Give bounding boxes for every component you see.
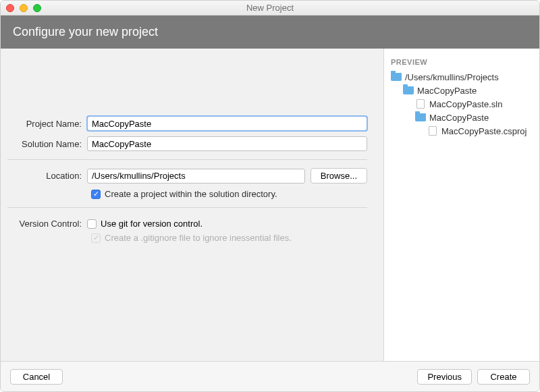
divider [7, 159, 367, 160]
tree-label: MacCopyPaste [429, 113, 489, 123]
window-title: New Project [246, 3, 294, 13]
browse-button[interactable]: Browse... [310, 168, 367, 184]
gitignore-label: Create a .gitignore file to ignore iness… [105, 233, 292, 243]
tree-label: /Users/kmullins/Projects [405, 72, 499, 82]
solution-name-label: Solution Name: [7, 139, 87, 149]
use-git-label: Use git for version control. [101, 219, 202, 229]
version-control-label: Version Control: [7, 219, 87, 229]
window-controls [6, 4, 41, 12]
file-icon [427, 126, 438, 136]
preview-panel: PREVIEW /Users/kmullins/Projects MacCopy… [384, 49, 539, 361]
page-title: Configure your new project [1, 16, 539, 49]
content: Project Name: Solution Name: Location: B… [1, 49, 539, 361]
tree-folder: MacCopyPaste [391, 111, 533, 124]
cancel-button[interactable]: Cancel [10, 369, 63, 385]
location-input[interactable] [87, 169, 305, 184]
gitignore-checkbox: ✓ [91, 233, 101, 243]
maximize-icon[interactable] [33, 4, 41, 12]
titlebar: New Project [1, 1, 539, 16]
solution-name-input[interactable] [87, 136, 367, 151]
divider [7, 207, 367, 208]
tree-folder: /Users/kmullins/Projects [391, 70, 533, 84]
create-in-solution-label: Create a project within the solution dir… [105, 189, 277, 199]
minimize-icon[interactable] [20, 4, 28, 12]
folder-icon [391, 72, 402, 82]
close-icon[interactable] [6, 4, 14, 12]
preview-tree: /Users/kmullins/Projects MacCopyPaste Ma… [391, 70, 533, 138]
tree-label: MacCopyPaste [417, 86, 477, 96]
location-label: Location: [7, 171, 87, 181]
tree-file: MacCopyPaste.sln [391, 97, 533, 111]
footer: Cancel Previous Create [1, 361, 539, 392]
previous-button[interactable]: Previous [417, 369, 472, 385]
folder-icon [403, 86, 414, 95]
form-panel: Project Name: Solution Name: Location: B… [1, 49, 384, 361]
tree-file: MacCopyPaste.csproj [391, 124, 533, 138]
tree-label: MacCopyPaste.sln [429, 99, 502, 109]
create-button[interactable]: Create [477, 369, 530, 385]
project-name-input[interactable] [87, 116, 367, 131]
tree-folder: MacCopyPaste [391, 84, 533, 97]
preview-heading: PREVIEW [391, 58, 533, 66]
tree-label: MacCopyPaste.csproj [441, 126, 526, 136]
file-icon [415, 99, 426, 109]
create-in-solution-checkbox[interactable]: ✓ [91, 190, 101, 199]
folder-icon [415, 113, 426, 122]
use-git-checkbox[interactable] [87, 219, 97, 229]
project-name-label: Project Name: [7, 119, 87, 129]
